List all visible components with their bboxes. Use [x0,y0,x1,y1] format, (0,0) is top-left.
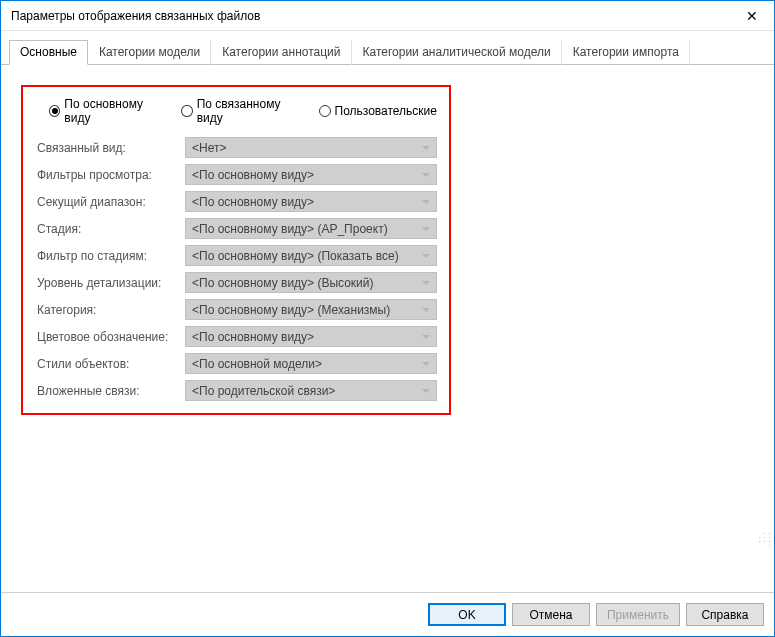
chevron-down-icon [422,362,430,366]
form-row-1: Фильтры просмотра:<По основному виду> [35,164,437,185]
field-dropdown-8[interactable]: <По основной модели> [185,353,437,374]
tab-4[interactable]: Категории импорта [562,40,690,65]
chevron-down-icon [422,308,430,312]
close-icon: ✕ [746,8,758,24]
dialog-footer: OK Отмена Применить Справка [1,592,774,636]
form-row-0: Связанный вид:<Нет> [35,137,437,158]
field-label: Вложенные связи: [35,384,185,398]
tab-2[interactable]: Категории аннотаций [211,40,351,65]
field-dropdown-2[interactable]: <По основному виду> [185,191,437,212]
resize-grip-icon: · ·· · ·· · · · [757,531,771,545]
field-label: Стадия: [35,222,185,236]
dropdown-value: <По основному виду> [192,195,314,209]
dropdown-value: <По основному виду> (АР_Проект) [192,222,388,236]
chevron-down-icon [422,146,430,150]
radio-option-0[interactable]: По основному виду [49,97,165,125]
radio-icon [181,105,192,117]
radio-icon [319,105,331,117]
chevron-down-icon [422,173,430,177]
field-dropdown-9[interactable]: <По родительской связи> [185,380,437,401]
dropdown-value: <Нет> [192,141,226,155]
close-button[interactable]: ✕ [729,1,774,30]
field-label: Категория: [35,303,185,317]
chevron-down-icon [422,389,430,393]
field-label: Фильтр по стадиям: [35,249,185,263]
form-row-8: Стили объектов:<По основной модели> [35,353,437,374]
field-dropdown-3[interactable]: <По основному виду> (АР_Проект) [185,218,437,239]
window-title: Параметры отображения связанных файлов [11,9,729,23]
form-row-6: Категория:<По основному виду> (Механизмы… [35,299,437,320]
help-button[interactable]: Справка [686,603,764,626]
form-row-5: Уровень детализации:<По основному виду> … [35,272,437,293]
titlebar: Параметры отображения связанных файлов ✕ [1,1,774,31]
dropdown-value: <По основному виду> [192,330,314,344]
field-label: Стили объектов: [35,357,185,371]
dialog-window: Параметры отображения связанных файлов ✕… [0,0,775,637]
form-rows: Связанный вид:<Нет>Фильтры просмотра:<По… [35,137,437,401]
tabstrip: ОсновныеКатегории моделиКатегории аннота… [1,31,774,65]
tab-3[interactable]: Категории аналитической модели [352,40,562,65]
ok-button[interactable]: OK [428,603,506,626]
field-dropdown-0[interactable]: <Нет> [185,137,437,158]
field-dropdown-1[interactable]: <По основному виду> [185,164,437,185]
radio-label: По связанному виду [197,97,303,125]
form-row-4: Фильтр по стадиям:<По основному виду> (П… [35,245,437,266]
tab-1[interactable]: Категории модели [88,40,211,65]
field-label: Связанный вид: [35,141,185,155]
chevron-down-icon [422,227,430,231]
dropdown-value: <По основному виду> [192,168,314,182]
field-label: Цветовое обозначение: [35,330,185,344]
radio-icon [49,105,60,117]
form-row-9: Вложенные связи:<По родительской связи> [35,380,437,401]
field-dropdown-7[interactable]: <По основному виду> [185,326,437,347]
dropdown-value: <По основному виду> (Высокий) [192,276,374,290]
radio-option-1[interactable]: По связанному виду [181,97,302,125]
chevron-down-icon [422,200,430,204]
field-label: Уровень детализации: [35,276,185,290]
dropdown-value: <По основной модели> [192,357,322,371]
field-label: Фильтры просмотра: [35,168,185,182]
dropdown-value: <По основному виду> (Показать все) [192,249,399,263]
form-row-7: Цветовое обозначение:<По основному виду> [35,326,437,347]
radio-option-2[interactable]: Пользовательские [319,97,438,125]
field-dropdown-6[interactable]: <По основному виду> (Механизмы) [185,299,437,320]
radio-label: Пользовательские [335,104,438,118]
cancel-button[interactable]: Отмена [512,603,590,626]
apply-button[interactable]: Применить [596,603,680,626]
chevron-down-icon [422,281,430,285]
dropdown-value: <По родительской связи> [192,384,335,398]
form-row-2: Секущий диапазон:<По основному виду> [35,191,437,212]
field-label: Секущий диапазон: [35,195,185,209]
highlighted-region: По основному видуПо связанному видуПольз… [21,85,451,415]
tab-content: По основному видуПо связанному видуПольз… [1,65,774,592]
chevron-down-icon [422,335,430,339]
field-dropdown-4[interactable]: <По основному виду> (Показать все) [185,245,437,266]
tab-0[interactable]: Основные [9,40,88,65]
radio-label: По основному виду [64,97,165,125]
form-row-3: Стадия:<По основному виду> (АР_Проект) [35,218,437,239]
chevron-down-icon [422,254,430,258]
field-dropdown-5[interactable]: <По основному виду> (Высокий) [185,272,437,293]
view-mode-radio-group: По основному видуПо связанному видуПольз… [35,97,437,125]
dropdown-value: <По основному виду> (Механизмы) [192,303,390,317]
